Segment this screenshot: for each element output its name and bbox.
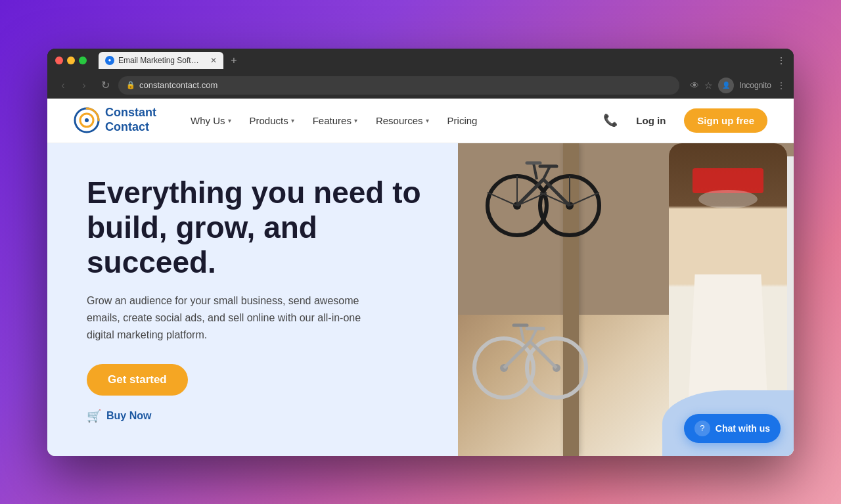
- svg-line-12: [534, 163, 537, 179]
- cart-icon: 🛒: [87, 409, 101, 423]
- nav-item-pricing[interactable]: Pricing: [440, 110, 486, 131]
- svg-line-26: [530, 329, 537, 342]
- address-text: constantcontact.com: [139, 80, 217, 90]
- svg-line-28: [520, 325, 524, 342]
- profile-button[interactable]: 👤: [718, 78, 734, 93]
- tab-bar: ● Email Marketing Software | Co... ✕ + ⋮: [99, 52, 786, 69]
- svg-line-16: [488, 193, 517, 206]
- chevron-down-icon: ▾: [426, 117, 429, 124]
- browser-menu-button[interactable]: ⋮: [777, 80, 786, 91]
- back-button[interactable]: ‹: [55, 80, 71, 91]
- hero-left: Everything you need to build, grow, and …: [47, 143, 458, 456]
- forward-button[interactable]: ›: [76, 80, 92, 91]
- get-started-button[interactable]: Get started: [87, 364, 188, 396]
- incognito-icon: 👁: [690, 80, 699, 91]
- nav-item-products[interactable]: Products ▾: [242, 110, 302, 131]
- site-header: Constant Contact Why Us ▾ Products ▾ Fea…: [47, 99, 794, 143]
- bike-lower: [465, 315, 596, 417]
- refresh-button[interactable]: ↻: [97, 79, 113, 91]
- address-bar[interactable]: 🔒 constantcontact.com: [118, 76, 679, 95]
- minimize-button[interactable]: [67, 57, 75, 64]
- new-tab-button[interactable]: +: [226, 53, 242, 68]
- bookmark-icon[interactable]: ☆: [704, 80, 713, 91]
- chat-label: Chat with us: [716, 423, 770, 434]
- chat-icon: ?: [694, 421, 710, 436]
- hero-subtitle: Grow an audience for your small business…: [87, 292, 363, 343]
- hero-title: Everything you need to build, grow, and …: [87, 175, 432, 280]
- tab-favicon: ●: [105, 56, 114, 65]
- traffic-lights: [55, 57, 87, 64]
- tab-menu-button[interactable]: ⋮: [777, 55, 786, 66]
- browser-window: ● Email Marketing Software | Co... ✕ + ⋮…: [47, 49, 794, 456]
- chat-widget[interactable]: ? Chat with us: [684, 414, 781, 443]
- chevron-down-icon: ▾: [291, 117, 294, 124]
- nav-item-resources[interactable]: Resources ▾: [368, 110, 437, 131]
- main-nav: Why Us ▾ Products ▾ Features ▾ Resources…: [183, 110, 603, 131]
- login-button[interactable]: Log in: [628, 110, 673, 131]
- bike-upper: [478, 153, 609, 254]
- tab-title: Email Marketing Software | Co...: [118, 56, 204, 65]
- nav-item-why-us[interactable]: Why Us ▾: [183, 110, 239, 131]
- tab-close-button[interactable]: ✕: [210, 56, 217, 65]
- close-button[interactable]: [55, 57, 63, 64]
- toolbar-right: 👁 ☆ 👤 Incognito ⋮: [690, 78, 786, 93]
- svg-line-18: [570, 193, 599, 206]
- browser-titlebar: ● Email Marketing Software | Co... ✕ + ⋮: [47, 49, 794, 72]
- header-actions: 📞 Log in Sign up free: [603, 108, 767, 133]
- hero-section: Everything you need to build, grow, and …: [47, 143, 794, 456]
- browser-addressbar: ‹ › ↻ 🔒 constantcontact.com 👁 ☆ 👤 Incogn…: [47, 72, 794, 99]
- phone-icon[interactable]: 📞: [603, 113, 618, 127]
- svg-point-2: [85, 118, 89, 122]
- chevron-down-icon: ▾: [354, 117, 357, 124]
- chevron-down-icon: ▾: [228, 117, 231, 124]
- lock-icon: 🔒: [126, 81, 135, 89]
- active-tab[interactable]: ● Email Marketing Software | Co... ✕: [99, 52, 223, 69]
- signup-button[interactable]: Sign up free: [684, 108, 767, 133]
- svg-line-10: [543, 166, 550, 179]
- logo[interactable]: Constant Contact: [74, 106, 156, 134]
- hero-image: [458, 143, 794, 456]
- incognito-label: Incognito: [739, 81, 771, 90]
- logo-icon: [74, 107, 100, 133]
- logo-text: Constant Contact: [105, 106, 156, 134]
- buy-now-link[interactable]: 🛒 Buy Now: [87, 409, 432, 423]
- page-content: Constant Contact Why Us ▾ Products ▾ Fea…: [47, 99, 794, 456]
- nav-item-features[interactable]: Features ▾: [305, 110, 365, 131]
- store-scene: [458, 143, 794, 456]
- maximize-button[interactable]: [79, 57, 87, 64]
